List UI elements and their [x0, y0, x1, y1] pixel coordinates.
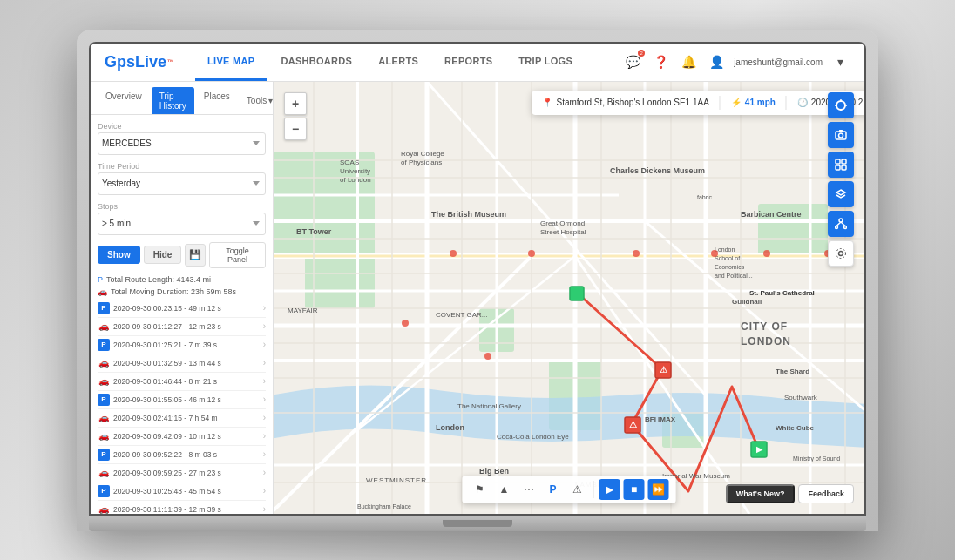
- nav-link-live-map[interactable]: LIVE MAP: [195, 43, 267, 81]
- trip-item[interactable]: 🚗2020-09-30 01:12:27 - 12 m 23 s›: [98, 318, 266, 336]
- whats-new-button[interactable]: What's New?: [726, 484, 796, 503]
- svg-text:The National Gallery: The National Gallery: [457, 402, 521, 410]
- driving-trip-icon: 🚗: [98, 320, 110, 333]
- trip-text: 2020-09-30 01:25:21 - 7 m 39 s: [113, 341, 260, 349]
- svg-text:The British Museum: The British Museum: [431, 210, 506, 219]
- svg-text:LONDON: LONDON: [741, 335, 791, 347]
- laptop-base: [89, 516, 866, 531]
- tab-tools[interactable]: Tools ▾: [240, 87, 274, 114]
- dropdown-arrow-icon[interactable]: ▾: [830, 51, 850, 72]
- app: GpsLive ™ LIVE MAP DASHBOARDS ALERTS REP…: [91, 44, 864, 514]
- camera-button[interactable]: [828, 122, 854, 148]
- user-email[interactable]: jameshunt@gmail.com: [734, 57, 823, 67]
- tools-dropdown-icon: ▾: [268, 96, 273, 105]
- trip-item[interactable]: P2020-09-30 01:55:05 - 46 m 12 s›: [98, 391, 266, 409]
- grid-button[interactable]: [828, 152, 854, 178]
- nav-link-reports[interactable]: REPORTS: [432, 43, 505, 81]
- play-toolbar-btn[interactable]: ▶: [599, 479, 620, 500]
- action-btn-row: Show Hide 💾 Toggle Panel: [98, 242, 266, 268]
- tab-overview[interactable]: Overview: [98, 87, 150, 114]
- trip-text: 2020-09-30 00:23:15 - 49 m 12 s: [113, 304, 260, 313]
- trip-chevron-icon: ›: [263, 486, 266, 496]
- feedback-button[interactable]: Feedback: [798, 484, 854, 503]
- trip-chevron-icon: ›: [263, 303, 266, 313]
- zoom-out-button[interactable]: −: [284, 118, 307, 140]
- route-toolbar-btn[interactable]: ⋯: [518, 479, 539, 500]
- arrow-toolbar-btn[interactable]: ▲: [494, 479, 515, 500]
- svg-text:Street Hospital: Street Hospital: [540, 228, 586, 236]
- svg-line-109: [836, 222, 841, 226]
- top-nav: GpsLive ™ LIVE MAP DASHBOARDS ALERTS REP…: [91, 44, 864, 82]
- network-button[interactable]: [828, 211, 854, 237]
- stop-toolbar-btn[interactable]: ■: [624, 479, 645, 500]
- settings-cog-button[interactable]: [828, 240, 854, 267]
- svg-text:of Physicians: of Physicians: [401, 159, 442, 166]
- chat-icon[interactable]: 💬2: [622, 51, 643, 72]
- stops-select[interactable]: > 5 min: [98, 213, 266, 235]
- save-icon[interactable]: 💾: [185, 244, 206, 267]
- trip-text: 2020-09-30 02:41:15 - 7 h 54 m: [113, 414, 260, 422]
- map-zoom-controls: + −: [284, 92, 307, 140]
- trip-item[interactable]: 🚗2020-09-30 09:42:09 - 10 m 12 s›: [98, 428, 266, 446]
- trip-chevron-icon: ›: [263, 449, 266, 459]
- nav-link-dashboards[interactable]: DASHBOARDS: [268, 43, 364, 81]
- time-period-label: Time Period: [98, 162, 266, 171]
- bell-icon[interactable]: 🔔: [678, 51, 699, 72]
- trip-text: 2020-09-30 01:46:44 - 8 m 21 s: [113, 377, 260, 386]
- trip-item[interactable]: P2020-09-30 01:25:21 - 7 m 39 s›: [98, 336, 266, 354]
- svg-point-100: [839, 133, 843, 138]
- nav-link-alerts[interactable]: ALERTS: [366, 43, 430, 81]
- svg-text:WESTMINSTER: WESTMINSTER: [366, 476, 427, 484]
- trip-item[interactable]: P2020-09-30 00:23:15 - 49 m 12 s›: [98, 300, 266, 318]
- svg-point-111: [839, 251, 843, 255]
- left-panel: Overview Trip History Places Tools ▾ Dev…: [91, 82, 274, 514]
- time-period-select[interactable]: Yesterday: [98, 172, 266, 195]
- logo-dot: ™: [167, 58, 174, 66]
- map-right-controls: [828, 92, 854, 267]
- zoom-in-button[interactable]: +: [284, 92, 307, 115]
- logo[interactable]: GpsLive ™: [105, 53, 174, 71]
- trip-item[interactable]: 🚗2020-09-30 01:46:44 - 8 m 21 s›: [98, 373, 266, 391]
- svg-text:White Cube: White Cube: [776, 424, 815, 432]
- trip-item[interactable]: P2020-09-30 10:25:43 - 45 m 54 s›: [98, 482, 266, 501]
- user-icon[interactable]: 👤: [706, 51, 727, 72]
- flag-toolbar-btn[interactable]: ⚑: [470, 479, 491, 500]
- trip-item[interactable]: 🚗2020-09-30 02:41:15 - 7 h 54 m›: [98, 409, 266, 428]
- trip-text: 2020-09-30 09:59:25 - 27 m 23 s: [113, 469, 260, 477]
- trip-text: 2020-09-30 09:42:09 - 10 m 12 s: [113, 432, 260, 441]
- svg-point-94: [836, 101, 845, 110]
- hide-button[interactable]: Hide: [144, 246, 182, 264]
- time-period-group: Time Period Yesterday: [98, 162, 266, 195]
- help-icon[interactable]: ❓: [650, 51, 671, 72]
- toggle-panel-button[interactable]: Toggle Panel: [209, 242, 266, 268]
- stat-route-text: Total Route Length: 4143.4 mi: [106, 275, 211, 284]
- trip-item[interactable]: 🚗2020-09-30 09:59:25 - 27 m 23 s›: [98, 464, 266, 482]
- parking-toolbar-btn[interactable]: P: [543, 479, 564, 500]
- show-button[interactable]: Show: [98, 246, 140, 264]
- device-group: Device MERCEDES: [98, 122, 266, 155]
- nav-link-trip-logs[interactable]: TRIP LOGS: [506, 43, 585, 81]
- device-select[interactable]: MERCEDES: [98, 132, 266, 155]
- layers-button[interactable]: [828, 181, 854, 207]
- svg-text:University: University: [340, 167, 370, 175]
- driving-trip-icon: 🚗: [98, 375, 110, 388]
- svg-text:of London: of London: [340, 176, 371, 184]
- svg-rect-2: [305, 256, 375, 308]
- parking-trip-icon: P: [98, 339, 110, 351]
- tab-trip-history[interactable]: Trip History: [152, 87, 194, 114]
- trip-item[interactable]: P2020-09-30 09:52:22 - 8 m 03 s›: [98, 446, 266, 464]
- svg-text:BT Tower: BT Tower: [296, 227, 332, 236]
- trip-list: P2020-09-30 00:23:15 - 49 m 12 s›🚗2020-0…: [98, 300, 266, 514]
- trip-item[interactable]: 🚗2020-09-30 01:32:59 - 13 m 44 s›: [98, 354, 266, 373]
- svg-rect-103: [842, 159, 846, 164]
- svg-text:London: London: [436, 423, 464, 432]
- tab-places[interactable]: Places: [196, 87, 238, 114]
- svg-text:▶: ▶: [756, 445, 763, 454]
- fast-forward-toolbar-btn[interactable]: ⏩: [648, 479, 669, 500]
- device-label: Device: [98, 122, 266, 131]
- svg-point-86: [450, 250, 457, 257]
- trip-text: 2020-09-30 10:25:43 - 45 m 54 s: [113, 487, 260, 496]
- locate-me-button[interactable]: [828, 92, 854, 118]
- trip-item[interactable]: 🚗2020-09-30 11:11:39 - 12 m 39 s›: [98, 501, 266, 514]
- warning-toolbar-btn[interactable]: ⚠: [567, 479, 588, 500]
